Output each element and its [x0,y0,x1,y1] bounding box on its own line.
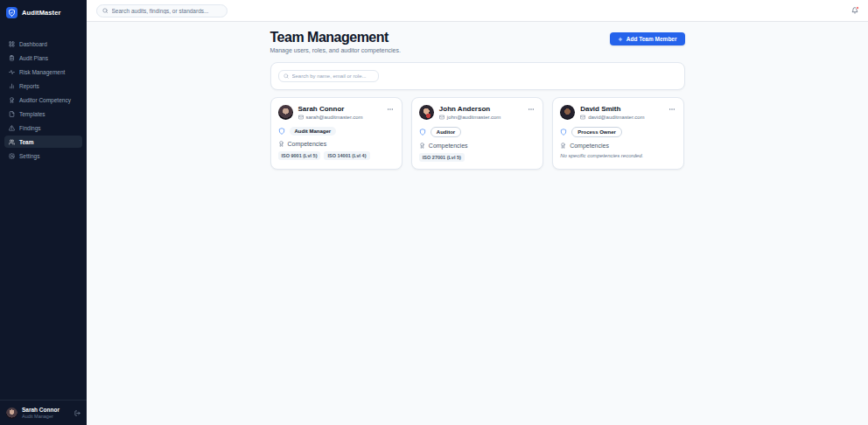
sidebar-item-label: Risk Management [19,69,65,75]
award-icon [278,141,284,147]
page-header: Team Management Manage users, roles, and… [270,30,685,53]
member-avatar [278,105,293,120]
member-name: Sarah Connor [298,105,363,113]
competency-pills: ISO 27001 (Lvl 5) [419,153,536,162]
sidebar-item-settings[interactable]: Settings [4,150,82,162]
ellipsis-icon [668,106,676,113]
member-name: John Anderson [439,105,500,113]
plus-icon [618,37,623,42]
sidebar-item-label: Templates [19,111,46,117]
sidebar-item-dashboard[interactable]: Dashboard [4,38,82,50]
member-identity: David Smith david@auditmaster.com [580,105,644,121]
templates-icon [9,111,15,117]
card-header: David Smith david@auditmaster.com [560,105,676,121]
user-name: Sarah Connor [22,407,60,413]
page-heading-group: Team Management Manage users, roles, and… [270,30,401,53]
mail-icon [439,115,444,120]
member-email-row: david@auditmaster.com [580,115,644,120]
notifications-button[interactable] [851,7,858,14]
auditor-competency-icon [9,97,15,103]
sidebar: AuditMaster DashboardAudit PlansRisk Man… [0,0,87,425]
app-window: AuditMaster DashboardAudit PlansRisk Man… [0,0,868,425]
competencies-label: Competencies [288,141,327,147]
member-email: sarah@auditmaster.com [306,115,363,120]
app-title: AuditMaster [22,9,60,17]
competency-badge: ISO 27001 (Lvl 5) [419,153,465,162]
competencies-row: Competencies [419,143,536,149]
sidebar-item-risk-management[interactable]: Risk Management [4,66,82,78]
competencies-row: Competencies [560,143,676,149]
member-identity: John Anderson john@auditmaster.com [439,105,500,121]
global-search[interactable] [96,4,228,17]
sidebar-user-section[interactable]: Sarah Connor Audit Manager [0,400,87,425]
award-icon [560,143,566,149]
ellipsis-icon [528,106,535,113]
member-role-row: Audit Manager [278,127,395,136]
sidebar-item-team[interactable]: Team [4,136,82,148]
shield-check-logo-icon [6,7,18,18]
reports-icon [9,83,15,89]
member-email-row: john@auditmaster.com [439,115,500,120]
team-icon [9,139,15,145]
competency-badge: ISO 14001 (Lvl 4) [324,151,369,160]
risk-management-icon [9,69,15,75]
page-title: Team Management [270,30,401,45]
notification-dot [856,6,859,10]
member-role-badge: Auditor [430,127,461,137]
award-icon [419,143,425,149]
sidebar-item-auditor-competency[interactable]: Auditor Competency [4,94,82,106]
card-menu-button[interactable] [527,105,536,114]
add-team-member-label: Add Team Member [626,36,677,42]
member-email: david@auditmaster.com [588,115,644,120]
dashboard-icon [9,41,15,47]
sidebar-item-label: Settings [19,153,40,159]
sidebar-item-findings[interactable]: Findings [4,122,82,134]
logout-icon [74,410,80,416]
member-email-row: sarah@auditmaster.com [298,115,363,120]
shield-icon [560,129,567,136]
search-icon [102,8,108,14]
card-menu-button[interactable] [386,105,395,114]
sidebar-item-label: Audit Plans [19,55,48,61]
main-content: Team Management Manage users, roles, and… [87,22,868,425]
team-member-card: David Smith david@auditmaster.com [552,97,684,171]
member-avatar [419,105,434,120]
user-avatar [6,408,18,419]
competencies-label: Competencies [570,143,609,149]
sidebar-item-label: Team [19,139,34,145]
sidebar-item-reports[interactable]: Reports [4,80,82,92]
search-icon [284,73,289,79]
ellipsis-icon [387,106,394,113]
topbar [87,0,868,22]
member-role-badge: Process Owner [571,127,622,137]
card-header: John Anderson john@auditmaster.com [419,105,536,121]
member-role-row: Auditor [419,127,536,137]
competency-badge: ISO 9001 (Lvl 5) [278,151,321,160]
member-role-row: Process Owner [560,127,676,137]
add-team-member-button[interactable]: Add Team Member [610,32,685,45]
member-name: David Smith [580,105,644,113]
team-filter-search[interactable] [278,70,379,82]
mail-icon [580,115,585,120]
card-menu-button[interactable] [668,105,676,114]
team-member-card: Sarah Connor sarah@auditmaster.com [270,97,402,171]
team-member-card: John Anderson john@auditmaster.com [411,97,543,171]
team-filter-input[interactable] [292,73,374,79]
settings-icon [9,153,15,159]
member-email: john@auditmaster.com [447,115,500,120]
shield-icon [278,128,285,135]
page-subtitle: Manage users, roles, and auditor compete… [270,47,401,53]
team-filter-panel [270,62,685,90]
sidebar-item-audit-plans[interactable]: Audit Plans [4,52,82,64]
member-identity: Sarah Connor sarah@auditmaster.com [298,105,363,121]
competencies-row: Competencies [278,141,395,147]
global-search-input[interactable] [112,8,222,14]
logout-button[interactable] [74,410,80,416]
app-logo: AuditMaster [0,0,87,24]
findings-icon [9,125,15,131]
member-avatar [560,105,575,120]
main-column: Team Management Manage users, roles, and… [87,0,868,425]
competency-pills: ISO 9001 (Lvl 5) ISO 14001 (Lvl 4) [278,151,395,160]
sidebar-item-templates[interactable]: Templates [4,108,82,120]
team-member-cards: Sarah Connor sarah@auditmaster.com [270,97,685,171]
